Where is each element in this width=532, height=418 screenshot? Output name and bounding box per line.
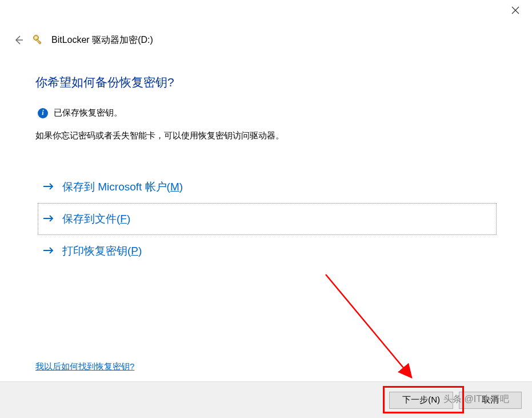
bitlocker-key-icon xyxy=(32,34,45,46)
option-save-microsoft-account[interactable]: 保存到 Microsoft 帐户(M) xyxy=(38,171,497,203)
content-area: 你希望如何备份恢复密钥? i 已保存恢复密钥。 如果你忘记密码或者丢失智能卡，可… xyxy=(0,47,532,267)
help-link[interactable]: 我以后如何找到恢复密钥? xyxy=(35,361,134,372)
description-text: 如果你忘记密码或者丢失智能卡，可以使用恢复密钥访问驱动器。 xyxy=(35,129,497,142)
arrow-icon xyxy=(43,181,54,193)
option-label: 保存到 Microsoft 帐户(M) xyxy=(62,180,183,194)
header-row: BitLocker 驱动器加密(D:) xyxy=(0,23,532,47)
arrow-icon xyxy=(43,213,54,225)
close-button[interactable] xyxy=(507,3,524,17)
option-label: 打印恢复密钥(P) xyxy=(62,244,142,258)
back-button[interactable] xyxy=(11,33,25,47)
annotation-arrow xyxy=(320,269,434,395)
info-icon: i xyxy=(38,108,48,118)
svg-line-4 xyxy=(326,274,411,377)
titlebar xyxy=(0,0,532,23)
footer-bar: 下一步(N) 取消 xyxy=(0,381,532,418)
option-save-to-file[interactable]: 保存到文件(F) xyxy=(38,203,497,235)
cancel-button[interactable]: 取消 xyxy=(459,392,522,409)
option-label: 保存到文件(F) xyxy=(62,212,130,226)
options-list: 保存到 Microsoft 帐户(M) 保存到文件(F) 打印恢复密钥(P) xyxy=(35,171,497,267)
svg-point-1 xyxy=(35,37,37,39)
option-print-key[interactable]: 打印恢复密钥(P) xyxy=(38,235,497,267)
arrow-icon xyxy=(43,245,54,257)
info-row: i 已保存恢复密钥。 xyxy=(35,108,497,118)
window-title: BitLocker 驱动器加密(D:) xyxy=(51,34,153,46)
info-saved-text: 已保存恢复密钥。 xyxy=(54,108,122,118)
next-button[interactable]: 下一步(N) xyxy=(389,392,453,409)
page-heading: 你希望如何备份恢复密钥? xyxy=(35,74,497,90)
